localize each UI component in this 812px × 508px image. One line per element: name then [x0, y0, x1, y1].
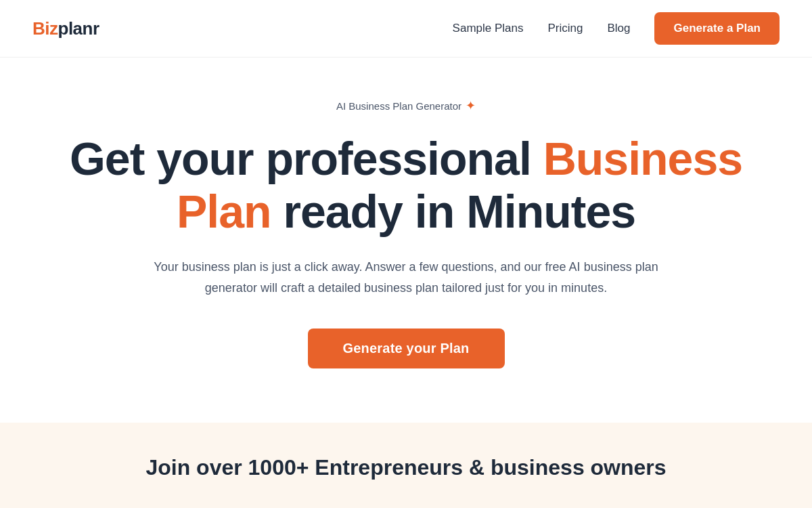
logo-biz: Biz	[32, 18, 58, 39]
logo-planr: planr	[58, 18, 99, 39]
social-proof-title: Join over 1000+ Entrepreneurs & business…	[32, 455, 780, 480]
hero-generate-plan-button[interactable]: Generate your Plan	[308, 329, 505, 368]
sparkle-icon: ✦	[466, 98, 476, 113]
navbar: Bizplanr Sample Plans Pricing Blog Gener…	[0, 0, 812, 58]
brand-logos-row: bes Inc. BUSINESS INSIDER Entrepreneur I…	[32, 505, 780, 508]
nav-generate-plan-button[interactable]: Generate a Plan	[654, 12, 780, 45]
nav-sample-plans[interactable]: Sample Plans	[453, 22, 524, 35]
ai-badge: AI Business Plan Generator ✦	[336, 98, 476, 113]
nav-blog[interactable]: Blog	[607, 22, 630, 35]
nav-links: Sample Plans Pricing Blog Generate a Pla…	[453, 12, 780, 45]
inc-logo: Inc.	[167, 505, 206, 508]
logo: Bizplanr	[32, 18, 99, 39]
hero-subtitle: Your business plan is just a click away.…	[142, 257, 670, 298]
social-proof-section: Join over 1000+ Entrepreneurs & business…	[0, 423, 812, 508]
ai-badge-text: AI Business Plan Generator	[336, 100, 461, 112]
hero-title-part2: ready in Minutes	[271, 186, 635, 237]
hero-section: AI Business Plan Generator ✦ Get your pr…	[0, 58, 812, 423]
nav-pricing[interactable]: Pricing	[547, 22, 583, 35]
hero-title: Get your professional Business Plan read…	[34, 132, 778, 238]
hero-title-part1: Get your professional	[70, 133, 543, 184]
